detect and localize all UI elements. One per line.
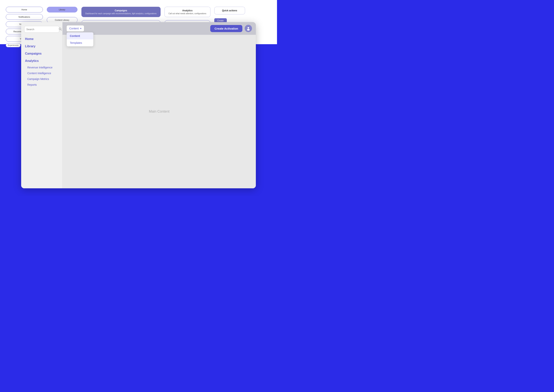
wf-notifications-btn: Notifications bbox=[6, 14, 43, 20]
create-activation-button[interactable]: Create Activation bbox=[210, 25, 242, 32]
sidebar-item-reports[interactable]: Reports bbox=[24, 82, 59, 87]
wf-pill-experiences: Experiences bbox=[6, 43, 21, 47]
svg-point-3 bbox=[247, 29, 250, 31]
wf-campaigns-card: Campaigns Dashboard for each campaign wi… bbox=[81, 7, 161, 17]
sidebar-item-content-intelligence[interactable]: Content Intelligence bbox=[24, 71, 59, 76]
sidebar-item-home[interactable]: Home bbox=[24, 36, 59, 42]
search-wrap[interactable] bbox=[24, 26, 59, 33]
sidebar-item-analytics[interactable]: Analytics bbox=[24, 58, 59, 64]
content-header: Content ▾ Content Templates Create Activ… bbox=[63, 22, 256, 35]
sidebar-item-library[interactable]: Library bbox=[24, 43, 59, 49]
dropdown-menu: Content Templates bbox=[66, 32, 94, 47]
wf-library-btn: Library bbox=[47, 7, 78, 13]
chevron-down-icon: ▾ bbox=[80, 27, 81, 30]
sidebar-item-revenue-intelligence[interactable]: Revenue Intelligence bbox=[24, 65, 59, 70]
content-area: Content ▾ Content Templates Create Activ… bbox=[63, 22, 256, 188]
sidebar: Home Library Campaigns Analytics Revenue… bbox=[21, 22, 63, 188]
search-input[interactable] bbox=[26, 28, 59, 31]
dropdown-label: Content bbox=[69, 27, 79, 30]
wf-analytics-card: Analytics Call out what needs attention,… bbox=[165, 7, 210, 17]
svg-point-2 bbox=[248, 27, 249, 29]
wf-home-btn: Home bbox=[6, 7, 43, 13]
main-content-placeholder: Main Content bbox=[149, 110, 169, 113]
sidebar-item-campaigns[interactable]: Campaigns bbox=[24, 50, 59, 57]
content-dropdown[interactable]: Content ▾ Content Templates bbox=[66, 25, 84, 32]
search-icon bbox=[59, 28, 62, 31]
avatar[interactable] bbox=[245, 25, 252, 32]
dropdown-item-templates[interactable]: Templates bbox=[67, 39, 93, 46]
sidebar-item-campaign-metrics[interactable]: Campaign Metrics bbox=[24, 77, 59, 82]
main-panel: Home Library Campaigns Analytics Revenue… bbox=[21, 22, 256, 188]
content-body: Main Content bbox=[63, 35, 256, 188]
wf-quick-actions-card: Quick actions bbox=[214, 7, 245, 14]
dropdown-item-content[interactable]: Content bbox=[67, 33, 93, 39]
svg-line-1 bbox=[61, 30, 62, 30]
